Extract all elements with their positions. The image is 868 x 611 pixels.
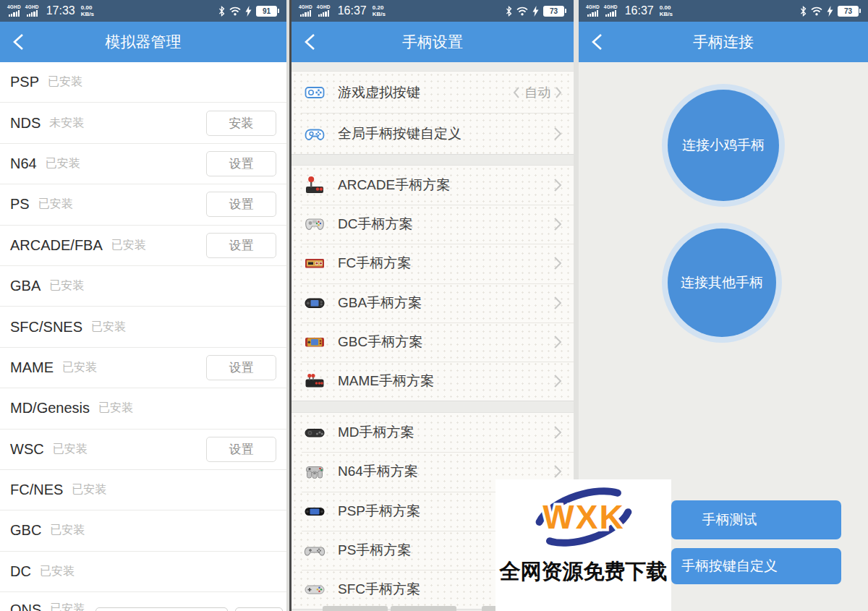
clock: 16:37 — [625, 4, 654, 17]
settings-button[interactable]: 设置 — [206, 192, 276, 217]
setting-virtual-keys[interactable]: 游戏虚拟按键 自动 — [292, 72, 574, 113]
settings-button[interactable]: 设置 — [206, 355, 276, 380]
scheme-row-gbc[interactable]: GBC手柄方案 — [292, 322, 574, 362]
speed-unit: KB/s — [660, 11, 673, 17]
scheme-row-gba[interactable]: GBA手柄方案 — [292, 283, 574, 322]
gamepad-test-button[interactable]: 手柄测试 — [671, 500, 841, 539]
scheme-label: PS手柄方案 — [338, 541, 411, 560]
back-icon[interactable] — [10, 33, 29, 51]
chevron-left-icon[interactable] — [513, 86, 520, 99]
chevron-right-icon — [553, 126, 562, 142]
chevron-right-icon — [553, 177, 562, 193]
connect-other-button[interactable]: 连接其他手柄 — [668, 228, 776, 337]
ps-controller-icon — [303, 539, 326, 562]
setting-value-group: 自动 — [513, 84, 562, 101]
scheme-row-md[interactable]: MD手柄方案 — [292, 413, 574, 452]
install-status: 已安装 — [38, 197, 73, 212]
scheme-chevron — [553, 295, 562, 311]
install-status: 已安装 — [62, 360, 97, 375]
install-button[interactable]: 安装 — [206, 111, 276, 136]
partial-button[interactable] — [235, 607, 283, 611]
sfc-controller-icon — [303, 578, 326, 601]
emulator-name: WSC — [10, 441, 44, 458]
settings-button[interactable]: 设置 — [206, 151, 276, 176]
scheme-label: SFC手柄方案 — [338, 580, 420, 599]
install-status: 已安装 — [50, 602, 85, 611]
arcade-joystick-icon — [303, 174, 326, 197]
signal-icon: 4GHD — [586, 5, 600, 17]
wifi-icon — [516, 7, 528, 16]
install-status: 已安装 — [91, 320, 126, 335]
back-icon[interactable] — [589, 33, 608, 51]
setting-global-mapping[interactable]: 全局手柄按键自定义 — [292, 113, 574, 154]
watermark-box: WXK 全网资源免费下载 — [495, 479, 671, 611]
partial-button[interactable] — [323, 606, 388, 611]
speed-value: 0.00 — [660, 4, 673, 11]
gamepad-custom-keys-button[interactable]: 手柄按键自定义 — [671, 548, 841, 584]
scheme-row-dc[interactable]: DC手柄方案 — [292, 205, 574, 244]
emulator-row: MD/Genesis已安装 — [0, 388, 286, 429]
chevron-right-icon[interactable] — [555, 86, 562, 99]
install-status: 已安装 — [98, 401, 133, 416]
back-icon[interactable] — [302, 33, 320, 51]
connect-other-ring: 连接其他手柄 — [662, 223, 782, 343]
connect-xiaoji-button[interactable]: 连接小鸡手柄 — [668, 90, 779, 201]
charging-icon — [245, 6, 252, 17]
scheme-row-mame[interactable]: MAME手柄方案 — [292, 362, 574, 401]
signal-icon-2: 4GHD — [25, 5, 39, 17]
scheme-row-arcade[interactable]: ARCADE手柄方案 — [292, 166, 574, 205]
page-title: 手柄设置 — [402, 32, 463, 52]
status-right: 91 — [218, 6, 279, 17]
bluetooth-icon — [506, 6, 512, 17]
install-status: 已安装 — [48, 74, 82, 90]
wifi-icon — [229, 7, 241, 16]
status-bar: 4GHD 4GHD 16:37 0.20KB/s 73 — [292, 0, 574, 22]
network-label-2: 4GHD — [604, 5, 618, 10]
chevron-right-icon — [553, 424, 562, 440]
scheme-chevron — [553, 373, 562, 389]
install-status: 已安装 — [49, 278, 84, 294]
settings-button[interactable]: 设置 — [206, 437, 276, 462]
settings-button[interactable]: 设置 — [206, 233, 276, 258]
scheme-row-fc[interactable]: FC手柄方案 — [292, 244, 574, 283]
setting-label: 游戏虚拟按键 — [338, 83, 420, 102]
nav-header: 模拟器管理 — [0, 22, 286, 62]
emulator-name: MD/Genesis — [10, 400, 90, 416]
settings-card: 游戏虚拟按键 自动 全局手柄按键自定义 — [292, 71, 574, 155]
speed-value: 0.00 — [81, 4, 94, 11]
emulator-name: PS — [10, 196, 30, 213]
psp-handheld-icon — [303, 500, 326, 523]
wxk-logo: WXK — [522, 479, 645, 557]
gba-handheld-icon — [303, 291, 326, 315]
page-title: 模拟器管理 — [106, 32, 182, 52]
global-gamepad-icon — [303, 122, 326, 145]
net-speed: 0.00KB/s — [660, 4, 673, 17]
network-label: 4GHD — [299, 5, 312, 10]
status-right: 73 — [506, 6, 566, 17]
emulator-row: FC/NES已安装 — [0, 470, 286, 510]
scheme-label: DC手柄方案 — [338, 215, 412, 234]
partial-button[interactable] — [95, 607, 228, 611]
emulator-name: NDS — [10, 115, 41, 132]
install-status: 已安装 — [40, 564, 75, 579]
partial-button[interactable] — [391, 606, 456, 611]
watermark-logo-text: WXK — [542, 498, 624, 536]
status-left: 4GHD 4GHD 17:33 0.00KB/s — [7, 4, 94, 17]
clock: 16:37 — [338, 4, 367, 17]
bluetooth-icon — [218, 6, 225, 17]
install-status: 已安装 — [53, 442, 88, 457]
charging-icon — [827, 6, 833, 17]
bluetooth-icon — [800, 6, 807, 17]
signal-icon-2: 4GHD — [317, 5, 331, 17]
n64-controller-icon — [303, 460, 326, 483]
emulator-name: GBA — [10, 278, 41, 294]
emulator-row: NDS未安装安装 — [0, 103, 286, 143]
emulator-name: PSP — [10, 74, 39, 90]
emulator-name: FC/NES — [10, 482, 63, 498]
emulator-row: ARCADE/FBA已安装设置 — [0, 226, 286, 266]
battery-level: 91 — [263, 7, 271, 15]
emulator-row: MAME已安装设置 — [0, 348, 286, 388]
scheme-chevron — [553, 424, 562, 440]
battery-icon: 73 — [838, 6, 859, 17]
page-title: 手柄连接 — [693, 32, 754, 52]
